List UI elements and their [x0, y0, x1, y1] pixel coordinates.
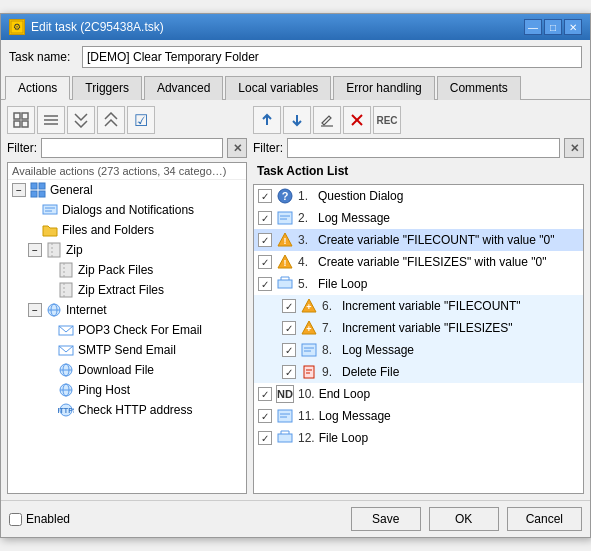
action-item-2[interactable]: 2. Log Message: [254, 207, 583, 229]
action-item-10[interactable]: ND 10. End Loop: [254, 383, 583, 405]
tree-item-internet[interactable]: − Internet: [8, 300, 246, 320]
tree-item-zip-extract[interactable]: Zip Extract Files: [8, 280, 246, 300]
action-text-7: Increment variable "FILESIZES": [342, 321, 513, 335]
delete-action-button[interactable]: [343, 106, 371, 134]
grid-view-button[interactable]: [7, 106, 35, 134]
left-filter-clear-button[interactable]: ✕: [227, 138, 247, 158]
action-item-12[interactable]: 12. File Loop: [254, 427, 583, 449]
action-item-3[interactable]: ! 3. Create variable "FILECOUNT" with va…: [254, 229, 583, 251]
smtp-icon: [58, 342, 74, 358]
maximize-button[interactable]: □: [544, 19, 562, 35]
svg-rect-52: [302, 344, 316, 356]
right-filter-input[interactable]: [287, 138, 560, 158]
action-icon-10: ND: [276, 385, 294, 403]
action-item-9[interactable]: 9. Delete File: [254, 361, 583, 383]
action-item-8[interactable]: 8. Log Message: [254, 339, 583, 361]
action-icon-7: +: [300, 319, 318, 337]
action-check-11[interactable]: [258, 409, 272, 423]
svg-rect-47: [278, 280, 292, 288]
action-text-11: Log Message: [319, 409, 391, 423]
tree-label-zip: Zip: [66, 243, 83, 257]
close-button[interactable]: ✕: [564, 19, 582, 35]
tree-item-general[interactable]: − General: [8, 180, 246, 200]
tree-item-download[interactable]: Download File: [8, 360, 246, 380]
action-icon-3: !: [276, 231, 294, 249]
download-icon: [58, 362, 74, 378]
left-filter-input[interactable]: [41, 138, 223, 158]
check-all-button[interactable]: ☑: [127, 106, 155, 134]
action-icon-9: [300, 363, 318, 381]
tree-label-download: Download File: [78, 363, 154, 377]
action-check-9[interactable]: [282, 365, 296, 379]
collapse-all-button[interactable]: [97, 106, 125, 134]
cancel-button[interactable]: Cancel: [507, 507, 582, 531]
edit-action-button[interactable]: [313, 106, 341, 134]
action-icon-6: +: [300, 297, 318, 315]
svg-text:!: !: [284, 258, 287, 268]
tree-toggle-internet[interactable]: −: [28, 303, 42, 317]
svg-rect-20: [60, 283, 72, 297]
action-item-7[interactable]: + 7. Increment variable "FILESIZES": [254, 317, 583, 339]
action-text-1: Question Dialog: [318, 189, 403, 203]
tab-comments[interactable]: Comments: [437, 76, 521, 100]
window-title: Edit task (2C95438A.tsk): [31, 20, 164, 34]
task-name-label: Task name:: [9, 50, 74, 64]
action-check-8[interactable]: [282, 343, 296, 357]
list-view-button[interactable]: [37, 106, 65, 134]
enabled-label: Enabled: [26, 512, 70, 526]
right-filter-clear-button[interactable]: ✕: [564, 138, 584, 158]
action-check-4[interactable]: [258, 255, 272, 269]
action-check-1[interactable]: [258, 189, 272, 203]
tree-item-zip-pack[interactable]: Zip Pack Files: [8, 260, 246, 280]
enabled-checkbox[interactable]: [9, 513, 22, 526]
action-text-6: Increment variable "FILECOUNT": [342, 299, 521, 313]
tree-toggle-zip[interactable]: −: [28, 243, 42, 257]
tree-item-pop3[interactable]: POP3 Check For Email: [8, 320, 246, 340]
tree-item-check-http[interactable]: HTTPS Check HTTP address: [8, 400, 246, 420]
action-num-7: 7.: [322, 321, 338, 335]
minimize-button[interactable]: —: [524, 19, 542, 35]
tree-item-files[interactable]: Files and Folders: [8, 220, 246, 240]
action-check-6[interactable]: [282, 299, 296, 313]
action-num-8: 8.: [322, 343, 338, 357]
action-check-7[interactable]: [282, 321, 296, 335]
tab-actions[interactable]: Actions: [5, 76, 70, 100]
record-button[interactable]: REC: [373, 106, 401, 134]
action-item-11[interactable]: 11. Log Message: [254, 405, 583, 427]
action-icon-8: [300, 341, 318, 359]
tree-toggle-general[interactable]: −: [12, 183, 26, 197]
action-item-5[interactable]: 5. File Loop: [254, 273, 583, 295]
move-down-button[interactable]: [283, 106, 311, 134]
action-check-5[interactable]: [258, 277, 272, 291]
title-bar: ⚙ Edit task (2C95438A.tsk) — □ ✕: [1, 14, 590, 40]
action-item-1[interactable]: ? 1. Question Dialog: [254, 185, 583, 207]
enabled-checkbox-row: Enabled: [9, 512, 70, 526]
tree-item-ping[interactable]: Ping Host: [8, 380, 246, 400]
tree-item-dialogs[interactable]: Dialogs and Notifications: [8, 200, 246, 220]
action-tree[interactable]: Available actions (273 actions, 34 categ…: [7, 162, 247, 494]
action-check-2[interactable]: [258, 211, 272, 225]
tab-triggers[interactable]: Triggers: [72, 76, 142, 100]
zip-icon: [46, 242, 62, 258]
save-button[interactable]: Save: [351, 507, 421, 531]
tab-error-handling[interactable]: Error handling: [333, 76, 434, 100]
tree-item-smtp[interactable]: SMTP Send Email: [8, 340, 246, 360]
tab-local-variables[interactable]: Local variables: [225, 76, 331, 100]
check-http-icon: HTTPS: [58, 402, 74, 418]
action-check-3[interactable]: [258, 233, 272, 247]
general-icon: [30, 182, 46, 198]
svg-rect-11: [31, 191, 37, 197]
action-check-12[interactable]: [258, 431, 272, 445]
action-list[interactable]: ? 1. Question Dialog: [253, 184, 584, 494]
move-up-button[interactable]: [253, 106, 281, 134]
action-item-4[interactable]: ! 4. Create variable "FILESIZES" with va…: [254, 251, 583, 273]
ok-button[interactable]: OK: [429, 507, 499, 531]
action-check-10[interactable]: [258, 387, 272, 401]
task-name-input[interactable]: [82, 46, 582, 68]
internet-icon: [46, 302, 62, 318]
tree-item-zip[interactable]: − Zip: [8, 240, 246, 260]
action-num-6: 6.: [322, 299, 338, 313]
tab-advanced[interactable]: Advanced: [144, 76, 223, 100]
expand-all-button[interactable]: [67, 106, 95, 134]
action-item-6[interactable]: + 6. Increment variable "FILECOUNT": [254, 295, 583, 317]
